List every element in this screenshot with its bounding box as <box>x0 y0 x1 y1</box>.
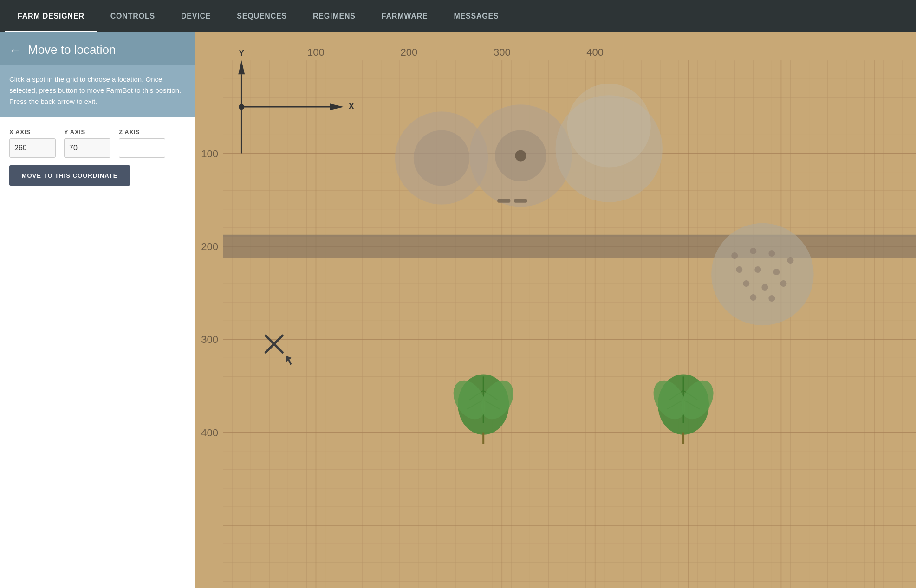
x-axis-label: X AXIS <box>9 129 56 136</box>
svg-rect-0 <box>195 32 916 588</box>
y-axis-input[interactable] <box>64 138 110 158</box>
y-axis-label: Y AXIS <box>64 129 110 136</box>
main-layout: ← Move to location Click a spot in the g… <box>0 32 916 588</box>
nav-item-regimens[interactable]: REGIMENS <box>300 0 369 32</box>
svg-text:200: 200 <box>201 241 218 252</box>
panel-title: Move to location <box>28 43 116 57</box>
svg-point-110 <box>743 280 749 287</box>
svg-rect-94 <box>223 235 916 237</box>
svg-text:X: X <box>349 102 354 111</box>
panel-description: Click a spot in the grid to choose a loc… <box>0 65 195 117</box>
svg-point-107 <box>736 266 742 273</box>
svg-point-109 <box>773 269 780 275</box>
nav-item-sequences[interactable]: SEQUENCES <box>224 0 300 32</box>
move-to-coordinate-button[interactable]: MOVE TO THIS COORDINATE <box>9 165 130 186</box>
nav-item-farmware[interactable]: FARMWARE <box>369 0 441 32</box>
svg-text:200: 200 <box>401 46 418 58</box>
nav-item-device[interactable]: DEVICE <box>168 0 224 32</box>
back-button[interactable]: ← <box>9 44 21 56</box>
farm-grid: 100 200 300 400 100 200 300 400 Y X <box>195 32 916 588</box>
nav-item-farm-designer[interactable]: FARM DESIGNER <box>5 0 97 32</box>
svg-point-104 <box>750 248 756 254</box>
svg-rect-116 <box>514 199 527 203</box>
panel-header: ← Move to location <box>0 32 195 65</box>
svg-point-92 <box>239 104 244 110</box>
nav-bar: FARM DESIGNERCONTROLSDEVICESEQUENCESREGI… <box>0 0 916 32</box>
x-axis-input[interactable] <box>9 138 56 158</box>
axis-section: X AXIS Y AXIS Z AXIS <box>0 117 195 165</box>
svg-point-102 <box>711 223 813 325</box>
svg-point-105 <box>768 250 775 257</box>
svg-point-108 <box>754 266 761 273</box>
axis-row: X AXIS Y AXIS Z AXIS <box>9 129 186 158</box>
farm-map[interactable]: 100 200 300 400 100 200 300 400 Y X <box>195 32 916 588</box>
y-axis-group: Y AXIS <box>64 129 110 158</box>
svg-point-111 <box>761 284 768 291</box>
svg-text:Y: Y <box>239 48 244 58</box>
z-axis-input[interactable] <box>119 138 165 158</box>
svg-point-96 <box>414 130 469 186</box>
x-axis-group: X AXIS <box>9 129 56 158</box>
svg-text:100: 100 <box>201 148 218 160</box>
svg-text:400: 400 <box>586 46 604 58</box>
svg-point-112 <box>780 280 786 287</box>
nav-item-controls[interactable]: CONTROLS <box>97 0 168 32</box>
svg-point-114 <box>768 295 775 302</box>
z-axis-group: Z AXIS <box>119 129 165 158</box>
svg-text:100: 100 <box>307 46 325 58</box>
left-panel: ← Move to location Click a spot in the g… <box>0 32 195 588</box>
move-btn-row: MOVE TO THIS COORDINATE <box>0 165 195 195</box>
svg-point-103 <box>731 252 738 259</box>
svg-point-106 <box>787 257 793 264</box>
svg-text:300: 300 <box>201 334 218 345</box>
z-axis-label: Z AXIS <box>119 129 165 136</box>
svg-rect-115 <box>497 199 510 203</box>
svg-point-113 <box>750 294 756 301</box>
svg-rect-93 <box>223 235 916 258</box>
svg-point-99 <box>515 150 526 161</box>
svg-text:300: 300 <box>494 46 511 58</box>
nav-item-messages[interactable]: MESSAGES <box>441 0 512 32</box>
svg-point-101 <box>567 84 651 167</box>
svg-text:400: 400 <box>201 427 218 439</box>
